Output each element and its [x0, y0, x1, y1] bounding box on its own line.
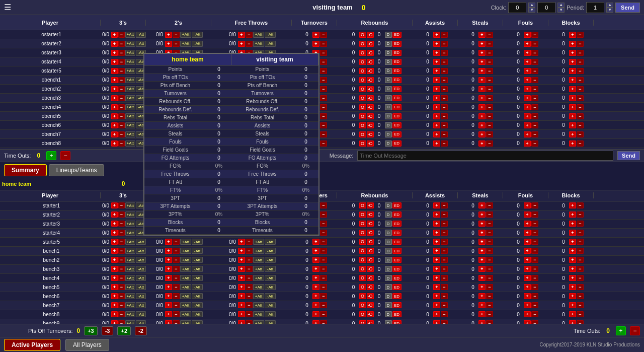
reb-o[interactable]: O — [359, 131, 366, 137]
ast-plus[interactable]: + — [433, 68, 440, 74]
ft-att2[interactable]: -Att — [265, 275, 276, 281]
reb-o2[interactable]: -O — [367, 221, 374, 227]
blk-minus[interactable]: − — [577, 59, 584, 65]
clock-sec-down[interactable]: ▼ — [557, 8, 565, 13]
foul-plus[interactable]: + — [524, 77, 531, 83]
threes-minus[interactable]: − — [118, 32, 125, 38]
blk-plus[interactable]: + — [569, 320, 576, 324]
twos-plus[interactable]: + — [165, 275, 172, 281]
foul-plus[interactable]: + — [524, 131, 531, 137]
threes-minus[interactable]: − — [118, 50, 125, 56]
reb-ed[interactable]: ED — [392, 32, 401, 38]
reb-o2[interactable]: -O — [367, 212, 374, 218]
timeout-plus-bottom[interactable]: + — [616, 326, 626, 335]
reb-ed[interactable]: ED — [392, 41, 401, 47]
twos-att2[interactable]: -Att — [192, 266, 203, 272]
stl-plus[interactable]: + — [478, 320, 486, 324]
twos-att2[interactable]: -Att — [192, 248, 203, 254]
to-minus[interactable]: − — [320, 202, 327, 208]
foul-plus[interactable]: + — [524, 86, 531, 92]
reb-o[interactable]: O — [359, 104, 366, 110]
threes-att2[interactable]: -Att — [136, 41, 146, 47]
threes-plus[interactable]: + — [111, 41, 118, 47]
threes-plus[interactable]: + — [111, 50, 118, 56]
stl-plus[interactable]: + — [478, 122, 486, 128]
threes-plus[interactable]: + — [111, 131, 118, 137]
reb-d[interactable]: D — [385, 86, 392, 92]
stl-minus[interactable]: − — [486, 275, 493, 281]
twos-att2[interactable]: -Att — [192, 275, 203, 281]
threes-att[interactable]: +Att — [125, 266, 135, 272]
threes-minus[interactable]: − — [118, 239, 125, 245]
twos-minus[interactable]: − — [173, 293, 180, 299]
to-plus[interactable]: + — [312, 239, 319, 245]
threes-att2[interactable]: -Att — [136, 320, 146, 324]
threes-minus[interactable]: − — [118, 122, 125, 128]
stl-minus[interactable]: − — [486, 95, 493, 101]
stl-minus[interactable]: − — [486, 131, 493, 137]
blk-minus[interactable]: − — [577, 257, 584, 263]
threes-att[interactable]: +Att — [125, 41, 135, 47]
stl-minus[interactable]: − — [486, 122, 493, 128]
twos-att[interactable]: +Att — [180, 284, 191, 290]
ft-att[interactable]: +Att — [253, 293, 264, 299]
reb-o[interactable]: O — [359, 248, 366, 254]
reb-d[interactable]: D — [385, 239, 392, 245]
stl-minus[interactable]: − — [486, 32, 493, 38]
to-minus[interactable]: − — [320, 131, 327, 137]
summary-button[interactable]: Summary — [4, 164, 47, 176]
reb-d[interactable]: D — [385, 95, 392, 101]
to-minus[interactable]: − — [320, 104, 327, 110]
to-minus[interactable]: − — [320, 302, 327, 308]
reb-ed[interactable]: ED — [392, 221, 401, 227]
stl-plus[interactable]: + — [478, 113, 486, 119]
threes-att2[interactable]: -Att — [136, 266, 146, 272]
reb-o2[interactable]: -O — [367, 302, 374, 308]
stl-plus[interactable]: + — [478, 59, 486, 65]
foul-minus[interactable]: − — [531, 302, 538, 308]
blk-minus[interactable]: − — [577, 275, 584, 281]
reb-o2[interactable]: -O — [367, 320, 374, 324]
stl-minus[interactable]: − — [486, 202, 493, 208]
to-plus[interactable]: + — [312, 311, 319, 317]
blk-plus[interactable]: + — [569, 131, 576, 137]
foul-minus[interactable]: − — [531, 202, 538, 208]
stl-plus[interactable]: + — [478, 221, 486, 227]
ft-minus[interactable]: − — [246, 257, 253, 263]
blk-plus[interactable]: + — [569, 230, 576, 236]
reb-ed[interactable]: ED — [392, 122, 401, 128]
threes-minus[interactable]: − — [118, 68, 125, 74]
blk-plus[interactable]: + — [569, 311, 576, 317]
blk-minus[interactable]: − — [577, 77, 584, 83]
twos-minus[interactable]: − — [173, 248, 180, 254]
ft-minus[interactable]: − — [246, 302, 253, 308]
reb-o[interactable]: O — [359, 95, 366, 101]
twos-plus[interactable]: + — [165, 311, 172, 317]
threes-plus[interactable]: + — [111, 212, 118, 218]
ft-minus[interactable]: − — [246, 311, 253, 317]
foul-minus[interactable]: − — [531, 230, 538, 236]
reb-ed[interactable]: ED — [392, 77, 401, 83]
plus3-button[interactable]: +3 — [84, 326, 98, 335]
reb-ed[interactable]: ED — [392, 230, 401, 236]
reb-o2[interactable]: -O — [367, 275, 374, 281]
blk-minus[interactable]: − — [577, 266, 584, 272]
ast-plus[interactable]: + — [433, 104, 440, 110]
twos-att[interactable]: +Att — [180, 266, 191, 272]
threes-plus[interactable]: + — [111, 239, 118, 245]
reb-o2[interactable]: -O — [367, 293, 374, 299]
to-minus[interactable]: − — [320, 248, 327, 254]
twos-minus[interactable]: − — [173, 284, 180, 290]
threes-att[interactable]: +Att — [125, 230, 135, 236]
twos-plus[interactable]: + — [165, 284, 172, 290]
stl-minus[interactable]: − — [486, 320, 493, 324]
threes-plus[interactable]: + — [111, 68, 118, 74]
ft-att2[interactable]: -Att — [265, 266, 276, 272]
blk-minus[interactable]: − — [577, 302, 584, 308]
blk-plus[interactable]: + — [569, 86, 576, 92]
menu-icon[interactable]: ☰ — [4, 3, 11, 12]
blk-minus[interactable]: − — [577, 140, 584, 147]
ft-att2[interactable]: -Att — [265, 32, 276, 38]
threes-plus[interactable]: + — [111, 202, 118, 208]
to-minus[interactable]: − — [320, 266, 327, 272]
